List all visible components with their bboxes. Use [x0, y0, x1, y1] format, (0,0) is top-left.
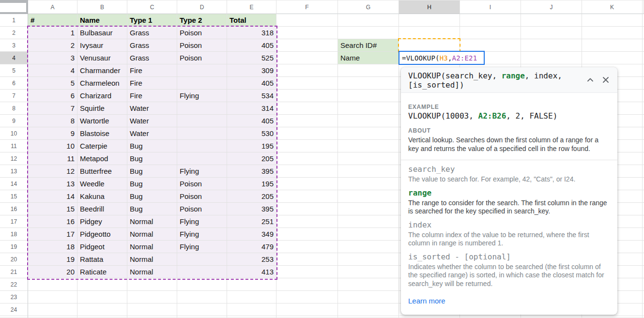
cell-F22[interactable] [276, 278, 338, 291]
cell-G16[interactable] [338, 203, 399, 215]
cell-A18[interactable]: 17 [28, 228, 77, 241]
cell-F10[interactable] [276, 127, 338, 140]
cell-G19[interactable] [338, 241, 399, 253]
row-header-14[interactable]: 14 [0, 178, 28, 190]
learn-more-link[interactable]: Learn more [408, 297, 445, 305]
cell-E1[interactable]: Total [227, 14, 276, 27]
cell-I1[interactable] [460, 14, 521, 27]
cell-J4[interactable] [521, 52, 582, 64]
row-header-5[interactable]: 5 [0, 64, 28, 77]
cell-A16[interactable]: 15 [28, 203, 77, 215]
column-header-H[interactable]: H [399, 0, 460, 14]
cell-I3[interactable] [460, 39, 521, 52]
cell-G15[interactable] [338, 190, 399, 203]
cell-B24[interactable] [77, 303, 127, 316]
cell-E22[interactable] [227, 278, 276, 291]
cell-A8[interactable]: 7 [28, 102, 77, 115]
cell-D23[interactable] [177, 291, 227, 303]
cell-G21[interactable] [338, 266, 399, 278]
cell-B18[interactable]: Pidgeotto [77, 228, 127, 241]
cell-D13[interactable]: Flying [177, 165, 227, 178]
cell-E8[interactable]: 314 [227, 102, 276, 115]
cell-C18[interactable]: Normal [127, 228, 177, 241]
cell-A11[interactable]: 10 [28, 140, 77, 152]
cell-E14[interactable]: 195 [227, 178, 276, 190]
cell-D5[interactable] [177, 64, 227, 77]
cell-E9[interactable]: 405 [227, 115, 276, 127]
cell-D7[interactable]: Flying [177, 90, 227, 102]
row-header-23[interactable]: 23 [0, 291, 28, 303]
cell-D11[interactable] [177, 140, 227, 152]
cell-E15[interactable]: 205 [227, 190, 276, 203]
collapse-icon[interactable] [585, 75, 595, 85]
cell-D12[interactable] [177, 152, 227, 165]
cell-C22[interactable] [127, 278, 177, 291]
cell-C24[interactable] [127, 303, 177, 316]
cell-A9[interactable]: 8 [28, 115, 77, 127]
cell-B20[interactable]: Rattata [77, 253, 127, 266]
cell-E5[interactable]: 309 [227, 64, 276, 77]
cell-F24[interactable] [276, 303, 338, 316]
cell-F17[interactable] [276, 215, 338, 228]
cell-B13[interactable]: Butterfree [77, 165, 127, 178]
column-header-I[interactable]: I [460, 0, 521, 14]
cell-C3[interactable]: Grass [127, 39, 177, 52]
cell-E18[interactable]: 349 [227, 228, 276, 241]
close-icon[interactable] [601, 75, 611, 85]
cell-E7[interactable]: 534 [227, 90, 276, 102]
cell-B8[interactable]: Squirtle [77, 102, 127, 115]
cell-E24[interactable] [227, 303, 276, 316]
cell-E20[interactable]: 253 [227, 253, 276, 266]
cell-D8[interactable] [177, 102, 227, 115]
cell-A14[interactable]: 13 [28, 178, 77, 190]
cell-A21[interactable]: 20 [28, 266, 77, 278]
row-header-9[interactable]: 9 [0, 115, 28, 127]
cell-A23[interactable] [28, 291, 77, 303]
cell-E2[interactable]: 318 [227, 27, 276, 39]
cell-B9[interactable]: Wartortle [77, 115, 127, 127]
cell-G1[interactable] [338, 14, 399, 27]
cell-A20[interactable]: 19 [28, 253, 77, 266]
cell-A17[interactable]: 16 [28, 215, 77, 228]
cell-F9[interactable] [276, 115, 338, 127]
cell-A10[interactable]: 9 [28, 127, 77, 140]
cell-G8[interactable] [338, 102, 399, 115]
cell-F20[interactable] [276, 253, 338, 266]
cell-C16[interactable]: Bug [127, 203, 177, 215]
cell-B10[interactable]: Blastoise [77, 127, 127, 140]
cell-C12[interactable]: Bug [127, 152, 177, 165]
cell-D6[interactable] [177, 77, 227, 90]
cell-E21[interactable]: 413 [227, 266, 276, 278]
cell-C7[interactable]: Fire [127, 90, 177, 102]
cell-G5[interactable] [338, 64, 399, 77]
column-header-J[interactable]: J [521, 0, 582, 14]
cell-A13[interactable]: 12 [28, 165, 77, 178]
cell-G11[interactable] [338, 140, 399, 152]
cell-A24[interactable] [28, 303, 77, 316]
cell-C11[interactable]: Bug [127, 140, 177, 152]
cell-D22[interactable] [177, 278, 227, 291]
cell-G9[interactable] [338, 115, 399, 127]
cell-E19[interactable]: 479 [227, 241, 276, 253]
row-header-12[interactable]: 12 [0, 152, 28, 165]
cell-B1[interactable]: Name [77, 14, 127, 27]
row-header-2[interactable]: 2 [0, 27, 28, 39]
cell-A15[interactable]: 14 [28, 190, 77, 203]
cell-A6[interactable]: 5 [28, 77, 77, 90]
cell-G6[interactable] [338, 77, 399, 90]
cell-C21[interactable]: Normal [127, 266, 177, 278]
cell-D21[interactable] [177, 266, 227, 278]
row-header-16[interactable]: 16 [0, 203, 28, 215]
cell-E6[interactable]: 405 [227, 77, 276, 90]
cell-E13[interactable]: 395 [227, 165, 276, 178]
cell-F5[interactable] [276, 64, 338, 77]
cell-G13[interactable] [338, 165, 399, 178]
cell-F14[interactable] [276, 178, 338, 190]
cell-D3[interactable]: Poison [177, 39, 227, 52]
cell-F12[interactable] [276, 152, 338, 165]
column-header-K[interactable]: K [582, 0, 643, 14]
cell-G10[interactable] [338, 127, 399, 140]
cell-C23[interactable] [127, 291, 177, 303]
column-header-D[interactable]: D [177, 0, 227, 14]
cell-B16[interactable]: Beedrill [77, 203, 127, 215]
